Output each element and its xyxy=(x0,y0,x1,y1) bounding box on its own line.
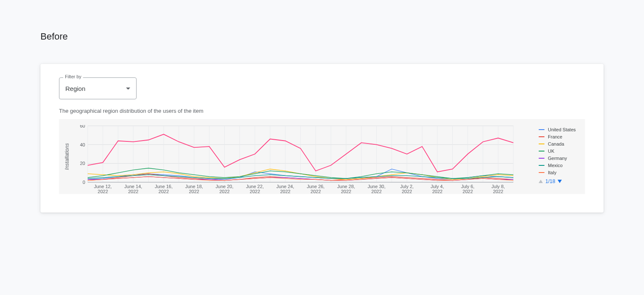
svg-text:2022: 2022 xyxy=(158,189,169,194)
legend-item[interactable]: Mexico xyxy=(539,162,582,169)
chevron-down-icon xyxy=(126,88,130,90)
legend-item[interactable]: Germany xyxy=(539,154,582,162)
svg-text:2022: 2022 xyxy=(219,189,229,194)
y-axis-label-col: Installations xyxy=(59,119,75,194)
chart-description: The geographical region distribution of … xyxy=(59,108,585,114)
svg-text:July 6,: July 6, xyxy=(461,184,475,189)
legend-item[interactable]: Italy xyxy=(539,169,582,176)
line-chart-svg: 0204060June 12,2022June 14,2022June 16,2… xyxy=(75,125,517,194)
legend-swatch xyxy=(539,129,545,130)
svg-text:2022: 2022 xyxy=(128,189,138,194)
legend-swatch xyxy=(539,158,545,159)
svg-text:June 12,: June 12, xyxy=(94,184,112,189)
triangle-up-icon xyxy=(539,180,543,183)
legend-swatch xyxy=(539,172,545,173)
y-axis-label: Installations xyxy=(64,143,70,170)
svg-text:2022: 2022 xyxy=(371,189,381,194)
legend-page-indicator: 1/18 xyxy=(545,178,555,184)
legend-swatch xyxy=(539,144,545,144)
svg-text:2022: 2022 xyxy=(463,189,473,194)
legend-swatch xyxy=(539,151,545,151)
legend-label: France xyxy=(548,134,562,139)
filter-by-control: Filter by Region xyxy=(59,77,137,99)
svg-text:20: 20 xyxy=(80,161,85,166)
legend-label: Mexico xyxy=(548,163,563,168)
svg-text:June 24,: June 24, xyxy=(276,184,294,189)
svg-text:2022: 2022 xyxy=(341,189,351,194)
legend-label: Canada xyxy=(548,141,564,146)
svg-text:June 20,: June 20, xyxy=(216,184,233,189)
svg-text:40: 40 xyxy=(80,142,85,147)
legend-label: Germany xyxy=(548,156,567,161)
svg-text:June 16,: June 16, xyxy=(155,184,172,189)
analytics-card: Filter by Region The geographical region… xyxy=(40,64,604,213)
svg-text:2022: 2022 xyxy=(402,189,412,194)
legend-pager: 1/18 xyxy=(539,178,582,184)
legend: United StatesFranceCanadaUKGermanyMexico… xyxy=(535,119,585,194)
svg-text:2022: 2022 xyxy=(189,189,199,194)
svg-text:2022: 2022 xyxy=(311,189,321,194)
filter-label: Filter by xyxy=(63,74,83,79)
legend-item[interactable]: France xyxy=(539,133,582,140)
filter-selected-value: Region xyxy=(65,85,86,92)
svg-text:2022: 2022 xyxy=(280,189,290,194)
legend-item[interactable]: Canada xyxy=(539,140,582,147)
svg-text:July 4,: July 4, xyxy=(431,184,444,189)
svg-text:60: 60 xyxy=(80,125,85,128)
legend-swatch xyxy=(539,136,545,137)
svg-text:July 8,: July 8, xyxy=(491,184,505,189)
triangle-down-icon[interactable] xyxy=(558,180,562,183)
plot-area: 0204060June 12,2022June 14,2022June 16,2… xyxy=(75,119,535,194)
svg-text:June 26,: June 26, xyxy=(307,184,325,189)
legend-swatch xyxy=(539,165,545,166)
svg-text:2022: 2022 xyxy=(432,189,442,194)
svg-text:June 18,: June 18, xyxy=(185,184,203,189)
svg-text:June 14,: June 14, xyxy=(124,184,142,189)
filter-select[interactable]: Region xyxy=(59,77,137,99)
legend-label: UK xyxy=(548,149,554,154)
svg-text:2022: 2022 xyxy=(98,189,108,194)
svg-text:2022: 2022 xyxy=(493,189,503,194)
svg-text:0: 0 xyxy=(83,180,85,185)
legend-label: Italy xyxy=(548,170,556,175)
svg-text:June 22,: June 22, xyxy=(246,184,264,189)
svg-text:July 2,: July 2, xyxy=(400,184,414,189)
page-title: Before xyxy=(40,31,604,42)
svg-text:2022: 2022 xyxy=(250,189,260,194)
svg-text:June 30,: June 30, xyxy=(368,184,385,189)
legend-item[interactable]: United States xyxy=(539,126,582,133)
svg-text:June 28,: June 28, xyxy=(337,184,355,189)
legend-item[interactable]: UK xyxy=(539,147,582,154)
legend-label: United States xyxy=(548,127,576,132)
chart-container: Installations 0204060June 12,2022June 14… xyxy=(59,119,585,194)
